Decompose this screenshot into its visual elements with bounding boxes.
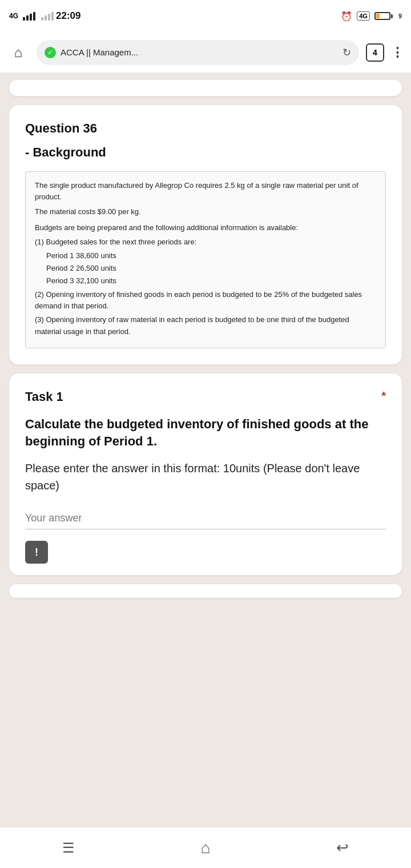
menu-icon: ☰ [62,840,75,856]
partial-bottom-card [9,584,402,598]
info-line2: The material costs $9.00 per kg. [35,206,376,218]
feedback-button[interactable]: ! [25,541,48,564]
tab-count-button[interactable]: 4 [366,43,384,62]
status-left: 4G 22:09 [9,10,81,22]
signal-bars-1 [23,12,35,21]
home-icon: ⌂ [14,45,23,61]
background-heading: - Background [25,145,386,160]
note2-text: (2) Opening inventory of finished goods … [35,289,376,312]
signal-bars-2 [41,12,54,21]
nav-back-button[interactable]: ↩ [325,835,360,861]
nav-back-icon: ↩ [336,839,349,857]
browser-menu-button[interactable]: ⋮ [391,45,404,60]
sales-label-text: (1) Budgeted sales for the next three pe… [35,236,376,248]
question-card: Question 36 - Background The single prod… [9,105,402,364]
required-star: * [381,389,386,403]
battery-percent: 9 [398,13,402,19]
period3-text: Period 3 32,100 units [46,275,116,287]
security-shield-icon: ✓ [45,47,56,58]
reload-icon[interactable]: ↻ [342,46,351,59]
task-number: Task 1 [25,389,63,404]
status-bar: 4G 22:09 ⏰ 4G 9 [0,0,411,32]
url-bar[interactable]: ✓ ACCA || Managem... ↻ [37,40,359,65]
info-box: The single product manufactured by Alleg… [25,171,386,348]
task-header: Task 1 * [25,389,386,404]
question-number: Question 36 [25,121,386,136]
period3-item: Period 3 32,100 units [46,275,376,287]
partial-top-card [9,80,402,96]
task-question: Calculate the budgeted inventory of fini… [25,416,386,451]
info-line3: Budgets are being prepared and the follo… [35,222,376,234]
signal-4g-label: 4G [9,12,18,20]
content-area: Question 36 - Background The single prod… [0,73,411,827]
status-time: 22:09 [56,10,80,22]
task-instructions: Please enter the answer in this format: … [25,460,386,494]
answer-input[interactable] [25,510,386,529]
note3-item: (3) Opening inventory of raw material in… [35,314,376,337]
note3-text: (3) Opening inventory of raw material in… [35,314,376,337]
nav-bar: ☰ ⌂ ↩ [0,827,411,868]
nav-home-icon: ⌂ [201,839,211,857]
browser-bar: ⌂ ✓ ACCA || Managem... ↻ 4 ⋮ [0,32,411,73]
status-right: ⏰ 4G 9 [341,11,402,22]
sales-periods-list: Period 1 38,600 units Period 2 26,500 un… [46,250,376,287]
nav-menu-button[interactable]: ☰ [51,835,86,861]
sales-label-item: (1) Budgeted sales for the next three pe… [35,236,376,248]
period2-item: Period 2 26,500 units [46,263,376,274]
period2-text: Period 2 26,500 units [46,263,116,274]
info-line1: The single product manufactured by Alleg… [35,180,376,203]
period1-text: Period 1 38,600 units [46,250,116,262]
battery-icon [374,12,393,20]
browser-home-button[interactable]: ⌂ [7,41,30,64]
url-text: ACCA || Managem... [61,47,338,57]
period1-item: Period 1 38,600 units [46,250,376,262]
note2-item: (2) Opening inventory of finished goods … [35,289,376,312]
status-4g-icon: 4G [357,11,370,21]
alarm-icon: ⏰ [341,11,352,22]
task-card: Task 1 * Calculate the budgeted inventor… [9,373,402,576]
nav-home-button[interactable]: ⌂ [188,835,223,861]
